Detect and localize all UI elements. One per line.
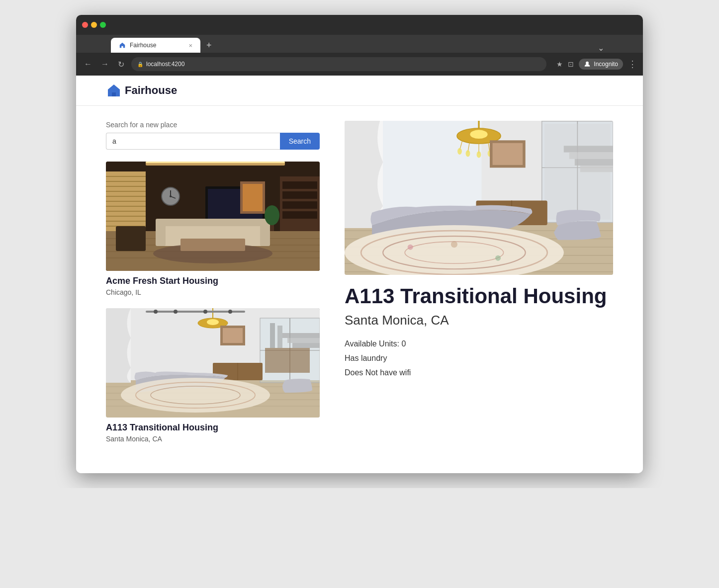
right-panel: A113 Transitional Housing Santa Monica, …	[345, 121, 613, 455]
app-logo-text: Fairhouse	[125, 84, 177, 97]
detail-wifi: Does Not have wifi	[345, 366, 613, 380]
detail-info: Available Units: 0 Has laundry Does Not …	[345, 337, 613, 380]
lock-icon: 🔒	[137, 62, 143, 67]
tab-close-button[interactable]: ×	[188, 42, 192, 49]
listing-image-a113	[106, 308, 320, 418]
detail-title: A113 Transitional Housing	[345, 285, 613, 308]
app-main: Search for a new place Search	[76, 106, 643, 470]
svg-rect-58	[265, 348, 310, 373]
search-button[interactable]: Search	[280, 133, 320, 150]
menu-icon[interactable]: ⋮	[628, 59, 637, 70]
listing-location-acme: Chicago, IL	[106, 288, 320, 296]
svg-rect-30	[243, 184, 263, 211]
svg-rect-65	[292, 343, 320, 348]
svg-rect-64	[287, 338, 320, 343]
svg-rect-59	[270, 323, 275, 348]
svg-point-103	[457, 148, 462, 155]
listing-location-a113: Santa Monica, CA	[106, 435, 320, 443]
svg-rect-27	[282, 201, 317, 209]
svg-rect-33	[156, 221, 166, 246]
svg-rect-36	[116, 226, 146, 251]
svg-rect-109	[493, 143, 523, 165]
back-button[interactable]: ←	[82, 58, 94, 71]
listing-image-acme	[106, 162, 320, 271]
browser-actions: ★ ⊡ Incognito ⋮	[556, 59, 637, 70]
svg-point-74	[203, 310, 207, 314]
address-bar: ← → ↻ 🔒 localhost:4200 ★ ⊡ Incognito ⋮	[76, 53, 643, 76]
close-traffic-light[interactable]	[82, 22, 88, 28]
svg-point-97	[470, 130, 487, 139]
svg-rect-1	[112, 92, 116, 96]
svg-rect-60	[277, 326, 282, 348]
svg-point-72	[154, 310, 158, 314]
svg-point-70	[151, 386, 240, 404]
svg-rect-28	[282, 211, 317, 219]
left-panel: Search for a new place Search	[106, 121, 320, 455]
detail-room-illustration	[345, 121, 613, 275]
svg-point-119	[408, 245, 413, 250]
detail-location: Santa Monica, CA	[345, 313, 613, 328]
svg-point-73	[174, 310, 178, 314]
svg-rect-34	[260, 221, 270, 246]
svg-point-39	[265, 205, 279, 225]
svg-point-105	[477, 151, 481, 158]
listing-card-acme[interactable]: Acme Fresh Start Housing Chicago, IL	[106, 162, 320, 296]
extensions-icon[interactable]: ⊡	[568, 60, 574, 68]
new-tab-button[interactable]: +	[202, 38, 216, 53]
search-label: Search for a new place	[106, 121, 320, 129]
search-input[interactable]	[106, 133, 280, 150]
tab-strip-chevron: ⌄	[598, 43, 608, 53]
incognito-icon	[584, 61, 591, 68]
svg-rect-9	[146, 162, 285, 163]
living-room-illustration	[106, 162, 320, 271]
maximize-traffic-light[interactable]	[100, 22, 106, 28]
svg-rect-93	[575, 159, 613, 166]
listing-title-acme: Acme Fresh Start Housing	[106, 276, 320, 286]
svg-point-120	[495, 255, 501, 261]
traffic-lights	[82, 22, 106, 28]
svg-point-57	[207, 319, 219, 325]
svg-rect-25	[282, 181, 317, 189]
active-tab[interactable]: Fairhouse ×	[111, 38, 200, 53]
app-logo[interactable]: Fairhouse	[106, 83, 177, 98]
incognito-label: Incognito	[594, 61, 618, 68]
detail-image	[345, 121, 613, 275]
detail-units: Available Units: 0	[345, 337, 613, 351]
url-text: localhost:4200	[146, 61, 184, 68]
refresh-button[interactable]: ↻	[116, 58, 126, 71]
browser-titlebar	[76, 15, 643, 35]
svg-point-104	[466, 150, 470, 157]
tab-bar: Fairhouse × + ⌄	[76, 35, 643, 53]
minimize-traffic-light[interactable]	[91, 22, 97, 28]
svg-rect-26	[282, 191, 317, 199]
svg-rect-37	[180, 239, 245, 251]
tab-title: Fairhouse	[130, 42, 156, 49]
svg-point-0	[586, 62, 589, 65]
svg-rect-92	[569, 153, 613, 159]
app-content: Fairhouse Search for a new place Search	[76, 76, 643, 473]
svg-rect-32	[156, 219, 270, 226]
svg-rect-62	[223, 328, 243, 343]
url-bar[interactable]: 🔒 localhost:4200	[131, 57, 546, 71]
svg-point-121	[451, 241, 457, 248]
svg-point-75	[228, 310, 232, 314]
bookmark-icon[interactable]: ★	[556, 60, 563, 68]
search-bar: Search	[106, 133, 320, 150]
modern-room-illustration-small	[106, 308, 320, 418]
incognito-button[interactable]: Incognito	[579, 59, 623, 70]
svg-rect-94	[580, 166, 613, 172]
listing-card-a113[interactable]: A113 Transitional Housing Santa Monica, …	[106, 308, 320, 443]
svg-rect-91	[564, 146, 613, 152]
detail-laundry: Has laundry	[345, 351, 613, 366]
forward-button[interactable]: →	[99, 58, 111, 71]
listing-title-a113: A113 Transitional Housing	[106, 422, 320, 433]
tab-favicon-icon	[119, 42, 126, 49]
logo-house-icon	[106, 83, 122, 98]
svg-rect-63	[282, 333, 320, 338]
app-header: Fairhouse	[76, 76, 643, 106]
